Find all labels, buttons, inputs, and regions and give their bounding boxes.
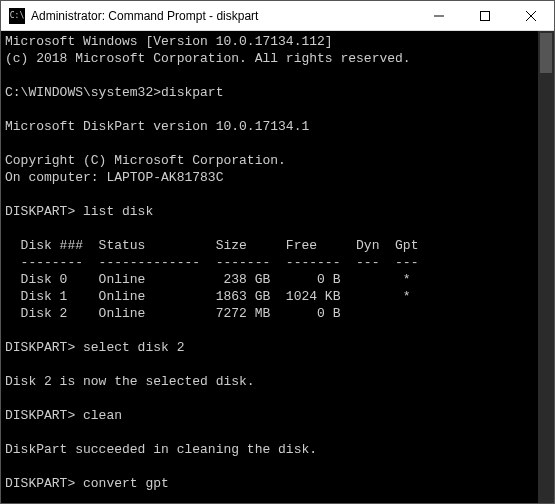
svg-rect-1 (481, 11, 490, 20)
prompt: DISKPART> (5, 204, 83, 219)
line: Copyright (C) Microsoft Corporation. (5, 153, 286, 168)
line: Disk 2 is now the selected disk. (5, 374, 255, 389)
line: (c) 2018 Microsoft Corporation. All righ… (5, 51, 411, 66)
terminal-output[interactable]: Microsoft Windows [Version 10.0.17134.11… (1, 31, 554, 503)
command: select disk 2 (83, 340, 184, 355)
command: convert gpt (83, 476, 169, 491)
line: On computer: LAPTOP-AK81783C (5, 170, 223, 185)
line: Microsoft Windows [Version 10.0.17134.11… (5, 34, 333, 49)
minimize-button[interactable] (416, 1, 462, 31)
command: list disk (83, 204, 153, 219)
window-title: Administrator: Command Prompt - diskpart (31, 9, 416, 23)
prompt: DISKPART> (5, 408, 83, 423)
titlebar[interactable]: C:\ Administrator: Command Prompt - disk… (1, 1, 554, 31)
prompt: C:\WINDOWS\system32> (5, 85, 161, 100)
table-row: Disk 1 Online 1863 GB 1024 KB * (5, 289, 411, 304)
command: diskpart (161, 85, 223, 100)
line: Microsoft DiskPart version 10.0.17134.1 (5, 119, 309, 134)
line: DiskPart succeeded in cleaning the disk. (5, 442, 317, 457)
command: clean (83, 408, 122, 423)
scrollbar[interactable] (538, 31, 554, 503)
prompt: DISKPART> (5, 340, 83, 355)
scrollbar-thumb[interactable] (540, 33, 552, 73)
terminal-container: Microsoft Windows [Version 10.0.17134.11… (1, 31, 554, 503)
table-header: Disk ### Status Size Free Dyn Gpt (5, 238, 418, 253)
table-row: Disk 2 Online 7272 MB 0 B (5, 306, 340, 321)
table-row: Disk 0 Online 238 GB 0 B * (5, 272, 411, 287)
table-sep: -------- ------------- ------- ------- -… (5, 255, 418, 270)
close-button[interactable] (508, 1, 554, 31)
prompt: DISKPART> (5, 476, 83, 491)
maximize-button[interactable] (462, 1, 508, 31)
cmd-icon: C:\ (9, 8, 25, 24)
